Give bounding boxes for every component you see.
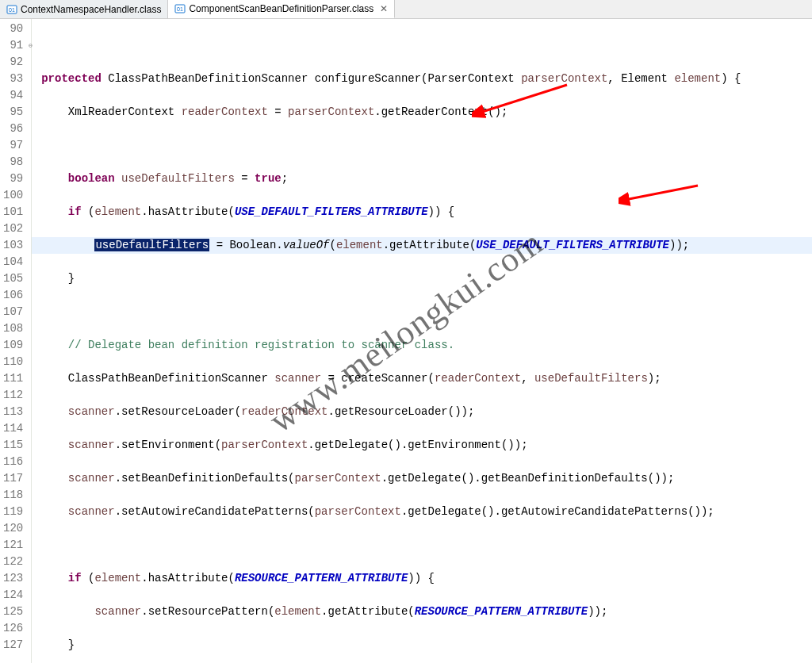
- tab-component-scan-parser[interactable]: 01 ComponentScanBeanDefinitionParser.cla…: [168, 0, 395, 18]
- tab-label: ContextNamespaceHandler.class: [21, 4, 161, 15]
- svg-line-5: [625, 186, 698, 200]
- close-icon[interactable]: ✕: [377, 3, 388, 14]
- tab-context-namespace-handler[interactable]: 01 ContextNamespaceHandler.class: [0, 0, 168, 18]
- line-number-gutter: 90 91 92 93 94 95 96 97 98 99 100 101 10…: [0, 19, 32, 663]
- class-file-icon: 01: [174, 3, 186, 14]
- selected-text: useDefaultFilters: [94, 239, 209, 251]
- svg-text:01: 01: [9, 7, 15, 13]
- highlighted-line: useDefaultFilters = Boolean.valueOf(elem…: [32, 237, 812, 254]
- svg-text:01: 01: [177, 6, 183, 12]
- editor-tab-bar: 01 ContextNamespaceHandler.class 01 Comp…: [0, 0, 812, 19]
- class-file-icon: 01: [6, 4, 17, 15]
- code-editor[interactable]: 90 91 92 93 94 95 96 97 98 99 100 101 10…: [0, 19, 812, 663]
- tab-label: ComponentScanBeanDefinitionParser.class: [189, 3, 373, 14]
- code-area[interactable]: protected ClassPathBeanDefinitionScanner…: [32, 19, 812, 663]
